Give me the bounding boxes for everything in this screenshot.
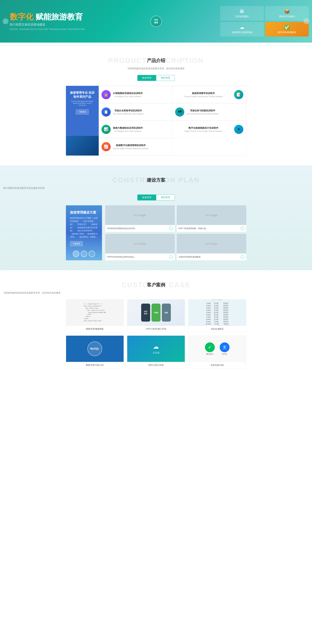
product-item-main-2: 导游从业资格考试实训软件	[113, 109, 144, 112]
hero-card-icon-2: 📦	[268, 9, 306, 14]
news-arrow-2[interactable]: ›	[169, 255, 173, 259]
news-card-3[interactable]: no image 浅谈SEO的那些虚拟数据 ›	[177, 234, 246, 260]
case-label-1: APP/小程序/接口开发	[127, 326, 185, 332]
product-tabs: 旅游管理 酒店管理	[3, 75, 309, 81]
file-row-10: 10.html12 KB2019/2	[206, 323, 229, 325]
file-row-2: 2.html12 KB2019/2	[206, 305, 228, 306]
case-label-2: 全站生成静态	[188, 326, 246, 332]
product-grid: 旅游管理专业 实训软件系列产品 Tourism Management Major…	[66, 86, 246, 156]
case-card-payment[interactable]: ✓ 微信支付 支 支付宝 在线充值/付款	[188, 336, 246, 368]
construction-title-zh: 建设方案	[147, 177, 165, 183]
case-desc: 为院校构建有效的旅游实践教学体系，提供有价值的服务	[3, 292, 309, 294]
news-arrow-1[interactable]: ›	[241, 226, 244, 230]
hero-card-4[interactable]: ✅ 教学评价体系建设	[265, 22, 309, 36]
product-learn-more-btn[interactable]: 了解更多	[76, 110, 89, 114]
skills-icon: 🗺	[178, 110, 182, 114]
file-row-8: 8.html12 KB2019/2	[206, 318, 228, 320]
hero-title: 数字化 赋能旅游教育	[10, 12, 207, 22]
wechat-pay-label: 微信支付	[205, 353, 215, 355]
news-title-3: 浅谈SEO的那些虚拟数据	[179, 256, 239, 258]
hero-card-2[interactable]: 📦 课程包开发建设	[265, 6, 309, 21]
file-row-6: 6.html18 KB2019/2	[206, 314, 228, 316]
product-item-1[interactable]: 旅游英语教学实训软件 Tourism English Teaching And …	[172, 86, 246, 103]
case-label-3: 数据字典/字段介绍	[66, 362, 124, 368]
product-item-5[interactable]: 数字化旅游线路设计实训软件 Digital Tourism Route Desi…	[172, 121, 246, 138]
construction-left-desc: 旅游管理实训中心开展班《全国导游基础》、《地方导游基础》、《导游分学》、《旅程综…	[70, 217, 98, 238]
hero-section: ‹ 数字化 赋能旅游教育 助力智慧文旅实训基地建设 DIGITAL TOURIS…	[0, 0, 312, 42]
case-card-files[interactable]: 名称大小修改... 1.html15 KB2019/2 2.html12 KB2…	[188, 299, 246, 332]
news-arrow-3[interactable]: ›	[241, 255, 244, 259]
construction-tab-hotel[interactable]: 酒店管理	[156, 194, 175, 200]
news-card-0[interactable]: no image PHP的语言层面的优化以及代码... ›	[105, 205, 175, 232]
hero-prev-button[interactable]: ‹	[3, 18, 9, 24]
product-desc: 为院校构建有效的旅游实践教学体系，提供有价值的服务	[3, 67, 309, 70]
hero-card-1[interactable]: 🏛 实训体系建设	[220, 6, 264, 21]
product-item-en-4: AI Intelligent Tour Guide Software	[113, 130, 143, 132]
hero-title-rest: 赋能旅游教育	[36, 12, 83, 21]
construction-title-wrapper: CONSTRUCTION PLAN 建设方案	[3, 175, 309, 185]
product-item-main-0: AI智能模拟导游综合实训软件	[113, 92, 143, 95]
case-card-cloud[interactable]: ☁ 云存储 附件分置云存储	[127, 336, 185, 368]
product-tab-tourism[interactable]: 旅游管理	[137, 75, 156, 81]
product-left-en: Tourism Management Major training softwa…	[70, 100, 95, 106]
alipay-label: 支付宝	[220, 353, 230, 355]
construction-tab-tourism[interactable]: 旅游管理	[137, 194, 156, 200]
news-body-3: 浅谈SEO的那些虚拟数据 ›	[177, 254, 246, 260]
news-arrow-0[interactable]: ›	[169, 226, 173, 230]
circle-2	[81, 250, 87, 257]
case-img-payment: ✓ 微信支付 支 支付宝	[188, 336, 246, 362]
news-img-0: no image	[105, 205, 175, 225]
hero-title-orange: 数字化	[10, 12, 34, 21]
circle-1	[73, 250, 79, 257]
news-no-image-2: no image	[134, 242, 146, 246]
product-tab-hotel[interactable]: 酒店管理	[156, 75, 175, 81]
chevron-right-icon: ›	[306, 20, 307, 23]
product-item-text-0: AI智能模拟导游综合实训软件 AI Intelligent Tour Guide…	[113, 92, 143, 98]
product-item-3[interactable]: 🗺 导游业务与技能实训软件 Our Guide Business And Ski…	[172, 103, 246, 121]
product-left-panel: 旅游管理专业 实训软件系列产品 Tourism Management Major…	[66, 86, 99, 156]
product-item-en-3: Our Guide Business And Skills Software	[187, 113, 219, 115]
alipay-icon: 支	[220, 342, 230, 352]
news-card-2[interactable]: no image PHP中htmlentities()和htmlispe... …	[105, 234, 175, 260]
construction-circles	[73, 250, 95, 257]
hero-card-3[interactable]: ☁ 旅游教育云数据搭建	[220, 22, 264, 36]
hero-center-badge: 业务 领域	[150, 16, 162, 27]
construction-tabs: 旅游管理 酒店管理	[3, 194, 309, 200]
news-card-1[interactable]: no image PHP 7安装使用体验：性能大提... ›	[177, 205, 246, 232]
case-card-phones[interactable]: APP应用 小程序 框架 APP/小程序/接口开发	[127, 299, 185, 332]
white-band	[0, 42, 312, 46]
product-item-4[interactable]: 📊 旅游大数据综合应用实训软件 AI Intelligent Tour Guid…	[99, 121, 173, 138]
case-grid: <!-- class="layer-6" --> <div class="con…	[66, 299, 246, 368]
case-label-5: 在线充值/付款	[188, 362, 246, 368]
product-item-text-4: 旅游大数据综合应用实训软件 AI Intelligent Tour Guide …	[113, 126, 143, 132]
case-title-zh: 客户案例	[147, 282, 165, 288]
case-card-code[interactable]: <!-- class="layer-6" --> <div class="con…	[66, 299, 124, 332]
hero-next-button[interactable]: ›	[303, 18, 309, 24]
badge-line2: 领域	[154, 21, 158, 24]
news-no-image-1: no image	[205, 214, 217, 217]
news-body-1: PHP 7安装使用体验：性能大提... ›	[177, 225, 246, 232]
product-item-text-5: 数字化旅游线路设计实训软件 Digital Tourism Route Desi…	[175, 126, 232, 132]
file-row-1: 1.html15 KB2019/2	[206, 302, 228, 304]
news-body-2: PHP中htmlentities()和htmlispe... ›	[105, 254, 175, 260]
construction-learn-more-btn[interactable]: 了解更多	[70, 241, 83, 246]
product-item-6[interactable]: 📈 旅游数字化精准营销实训软件 Tourism Digital Precisio…	[99, 138, 173, 156]
product-item-0[interactable]: 🤖 AI智能模拟导游综合实训软件 AI Intelligent Tour Gui…	[99, 86, 173, 103]
news-title-2: PHP中htmlentities()和htmlispe...	[107, 256, 168, 258]
product-items-grid: 🤖 AI智能模拟导游综合实训软件 AI Intelligent Tour Gui…	[99, 86, 246, 156]
english-icon: 📝	[236, 92, 241, 97]
construction-grid: 旅游管理建设方案 旅游管理实训中心开展班《全国导游基础》、《地方导游基础》、《导…	[66, 205, 246, 260]
hero-card-label-2: 课程包开发建设	[268, 15, 306, 18]
qualification-icon: 📋	[104, 110, 108, 114]
construction-desc: 做中国最好的旅游教育信息化服务供应商	[3, 187, 309, 190]
hero-left-content: 数字化 赋能旅游教育 助力智慧文旅实训基地建设 DIGITAL TOURISM …	[0, 6, 217, 37]
case-card-mysql[interactable]: MySQL 数据字典/字段介绍	[66, 336, 124, 368]
hero-card-label-4: 教学评价体系建设	[268, 31, 306, 34]
case-img-cloud: ☁ 云存储	[127, 336, 185, 362]
route-icon: ✈	[237, 127, 240, 132]
hero-card-icon-1: 🏛	[223, 9, 261, 14]
cloud-label: 云存储	[152, 352, 159, 354]
product-item-text-3: 导游业务与技能实训软件 Our Guide Business And Skill…	[187, 109, 219, 115]
product-left-title: 旅游管理专业 实训软件系列产品	[70, 91, 95, 99]
product-item-2[interactable]: 📋 导游从业资格考试实训软件 Tour Guide Qualification …	[99, 103, 173, 121]
